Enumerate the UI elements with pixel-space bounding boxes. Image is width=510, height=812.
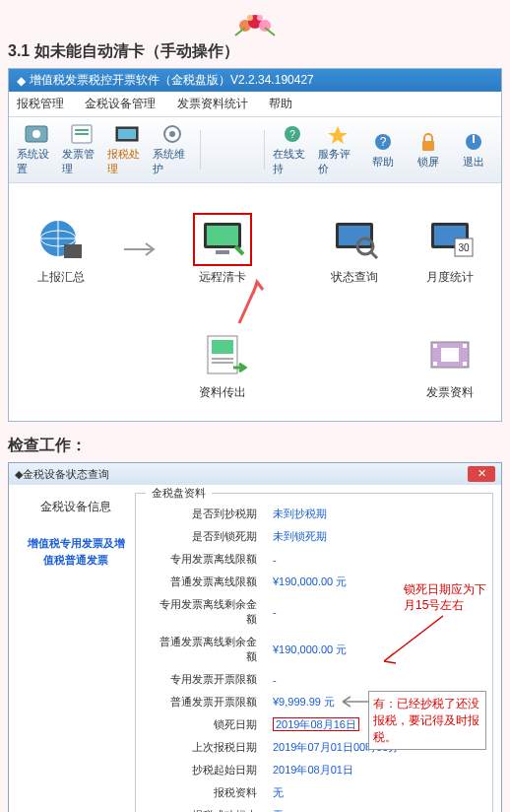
info-value: - <box>263 549 403 570</box>
info-value: 未到锁死期 <box>263 526 403 547</box>
menu-item[interactable]: 帮助 <box>269 97 292 110</box>
titlebar: ◆ 增值税发票税控开票软件（金税盘版）V2.2.34.190427 <box>9 69 501 92</box>
info-row: 报税资料无 <box>148 782 403 803</box>
svg-point-3 <box>247 15 253 21</box>
info-label: 专用发票开票限额 <box>148 669 261 690</box>
svg-rect-40 <box>433 362 437 366</box>
info-value: - <box>263 669 403 690</box>
svg-rect-8 <box>75 129 89 131</box>
monitor-clear-icon <box>198 217 247 262</box>
info-label: 报税成功标志 <box>148 805 261 812</box>
info-label: 报税资料 <box>148 782 261 803</box>
online-support-button[interactable]: ?在线支持 <box>271 121 314 178</box>
info-row: 报税成功标志无 <box>148 805 403 812</box>
svg-rect-11 <box>118 129 136 139</box>
svg-rect-35 <box>212 340 233 354</box>
invoice-mgmt-button[interactable]: 发票管理 <box>60 121 103 178</box>
info-row: 抄税起始日期2019年08月01日 <box>148 760 403 780</box>
document-export-icon <box>198 332 247 377</box>
annotation-arrow-icon <box>374 612 453 671</box>
menu-item[interactable]: 发票资料统计 <box>177 97 248 110</box>
svg-rect-18 <box>422 141 434 151</box>
svg-rect-20 <box>473 135 475 143</box>
service-rating-button[interactable]: 服务评价 <box>316 121 359 178</box>
info-label: 普通发票离线限额 <box>148 572 261 592</box>
svg-rect-23 <box>64 244 82 258</box>
globe-upload-icon <box>36 217 86 262</box>
exit-button[interactable]: 退出 <box>452 129 495 171</box>
svg-point-6 <box>32 130 40 138</box>
info-row: 专用发票离线剩余金额- <box>148 594 403 630</box>
info-label: 专用发票离线剩余金额 <box>148 594 261 630</box>
info-label: 是否到锁死期 <box>148 526 261 547</box>
info-row: 上次报税日期2019年07月01日00时00分 <box>148 737 403 758</box>
info-label: 普通发票离线剩余金额 <box>148 632 261 667</box>
info-row: 锁死日期2019年08月16日 <box>148 714 403 735</box>
svg-rect-41 <box>463 344 467 348</box>
help-button[interactable]: ?帮助 <box>361 129 405 171</box>
system-settings-button[interactable]: 系统设置 <box>15 121 58 178</box>
svg-rect-39 <box>433 344 437 348</box>
close-button[interactable]: ✕ <box>468 466 495 482</box>
svg-rect-37 <box>212 362 233 364</box>
dialog-titlebar: ◆ 金税设备状态查询 ✕ <box>9 463 501 485</box>
arrow-decoration <box>112 213 171 286</box>
system-maint-button[interactable]: 系统维护 <box>151 121 194 178</box>
dialog-title-text: 金税设备状态查询 <box>23 467 109 482</box>
dialog-icon: ◆ <box>15 468 23 481</box>
app-icon: ◆ <box>17 74 26 88</box>
svg-text:?: ? <box>380 135 387 149</box>
info-row: 是否到抄税期未到抄税期 <box>148 504 403 524</box>
status-query-item[interactable]: 状态查询 <box>310 213 399 286</box>
svg-rect-36 <box>212 358 233 360</box>
info-value: 无 <box>263 805 403 812</box>
svg-text:?: ? <box>289 129 295 140</box>
info-label: 是否到抄税期 <box>148 504 261 524</box>
svg-rect-28 <box>339 226 370 245</box>
menubar: 报税管理 金税设备管理 发票资料统计 帮助 <box>9 92 501 117</box>
toolbar: 系统设置 发票管理 报税处理 系统维护 ?在线支持 服务评价 ?帮助 锁屏 退出 <box>9 117 501 183</box>
app-window: ◆ 增值税发票税控开票软件（金税盘版）V2.2.34.190427 报税管理 金… <box>8 68 502 422</box>
invoice-data-item[interactable]: 发票资料 <box>406 328 494 401</box>
svg-rect-25 <box>207 226 238 245</box>
info-label: 上次报税日期 <box>148 737 261 758</box>
svg-text:30: 30 <box>458 242 470 253</box>
calendar-icon: 30 <box>425 217 475 262</box>
section-2-heading: 检查工作： <box>8 436 502 456</box>
data-transfer-item[interactable]: 资料传出 <box>178 328 267 401</box>
svg-point-13 <box>169 131 175 137</box>
info-row: 专用发票开票限额- <box>148 669 403 690</box>
flower-decoration <box>225 8 285 37</box>
svg-rect-42 <box>463 362 467 366</box>
info-label: 抄税起始日期 <box>148 760 261 780</box>
app-title: 增值税发票税控开票软件（金税盘版）V2.2.34.190427 <box>30 72 314 89</box>
info-row: 普通发票离线限额¥190,000.00 元 <box>148 572 403 592</box>
info-value: 无 <box>263 782 403 803</box>
svg-point-4 <box>257 15 263 21</box>
upload-summary-item[interactable]: 上报汇总 <box>17 213 105 286</box>
monthly-stats-item[interactable]: 30 月度统计 <box>406 213 494 286</box>
info-panel-title: 金税盘资料 <box>146 486 212 501</box>
red-arrow-annotation <box>13 276 497 325</box>
svg-rect-9 <box>75 133 89 135</box>
lock-button[interactable]: 锁屏 <box>407 129 450 171</box>
section-1-heading: 3.1 如未能自动清卡（手动操作） <box>8 41 502 62</box>
monitor-search-icon <box>330 217 379 262</box>
info-table: 是否到抄税期未到抄税期是否到锁死期未到锁死期专用发票离线限额-普通发票离线限额¥… <box>146 502 405 812</box>
menu-item[interactable]: 报税管理 <box>17 97 64 110</box>
info-row: 是否到锁死期未到锁死期 <box>148 526 403 547</box>
status-dialog: ◆ 金税设备状态查询 ✕ 金税设备信息 增值税专用发票及增值税普通发票 金税盘资… <box>8 462 502 812</box>
info-row: 专用发票离线限额- <box>148 549 403 570</box>
grid-label: 资料传出 <box>199 384 246 401</box>
menu-item[interactable]: 金税设备管理 <box>85 97 156 110</box>
dialog-left-panel: 金税设备信息 增值税专用发票及增值税普通发票 <box>17 493 135 812</box>
info-label: 普通发票开票限额 <box>148 692 261 712</box>
info-value: ¥190,000.00 元 <box>263 572 403 592</box>
info-row: 普通发票离线剩余金额¥190,000.00 元 <box>148 632 403 667</box>
tax-process-button[interactable]: 报税处理 <box>105 121 149 178</box>
svg-rect-43 <box>441 348 459 362</box>
device-note: 增值税专用发票及增值税普通发票 <box>23 535 129 568</box>
info-label: 专用发票离线限额 <box>148 549 261 570</box>
remote-clear-item[interactable]: 远程清卡 <box>178 213 267 286</box>
grid-label: 发票资料 <box>426 384 474 401</box>
